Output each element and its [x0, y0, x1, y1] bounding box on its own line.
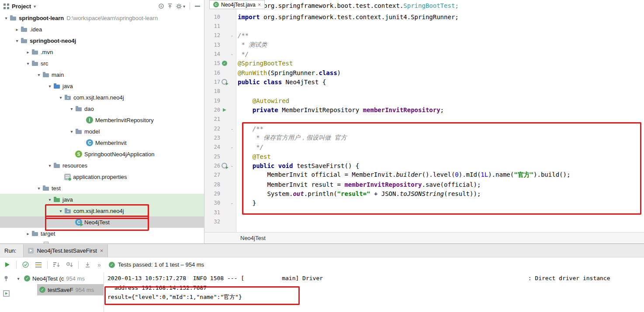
line-number[interactable]: 27 — [204, 172, 220, 178]
tree-row[interactable]: SSpringbootNeo4jApplication — [0, 148, 204, 160]
chevron-down-icon[interactable]: ▾ — [35, 72, 42, 77]
related-symbol-gutter-icon[interactable] — [222, 163, 227, 168]
chevron-down-icon[interactable]: ▾ — [46, 84, 53, 89]
breadcrumb-item[interactable]: Neo4jTest — [240, 235, 266, 241]
line-number[interactable]: 20 — [204, 107, 220, 113]
tree-row[interactable]: ▸.idea — [0, 24, 204, 35]
line-number[interactable]: 24 — [204, 144, 220, 150]
hide-panel-icon[interactable] — [194, 3, 201, 9]
line-number[interactable]: 23 — [204, 135, 220, 141]
collapse-all-icon[interactable] — [167, 3, 173, 9]
tree-row[interactable]: ▾springboot-neo4j — [0, 35, 204, 46]
sort-by-duration-icon[interactable] — [65, 262, 74, 267]
autowired-gutter-icon[interactable] — [223, 108, 226, 112]
line-number[interactable]: 31 — [204, 209, 220, 216]
line-number[interactable]: 15 — [204, 60, 220, 66]
console[interactable]: 2020-01-13 10:57:17.278 INFO 1508 --- [ … — [105, 274, 644, 312]
chevron-down-icon[interactable]: ▾ — [35, 186, 42, 191]
chevron-down-icon[interactable]: ▾ — [68, 106, 75, 111]
fold-marker[interactable]: - — [229, 163, 235, 168]
tree-row[interactable]: ▾main — [0, 69, 204, 80]
show-passed-icon[interactable] — [21, 261, 30, 268]
line-number[interactable]: 11 — [204, 23, 220, 29]
fold-marker[interactable]: - — [229, 33, 235, 38]
chevron-down-icon[interactable]: ▾ — [15, 276, 22, 281]
line-number[interactable]: 28 — [204, 182, 220, 188]
chevron-down-icon[interactable]: ▾ — [46, 163, 53, 168]
line-number[interactable]: 18 — [204, 88, 220, 94]
tree-row[interactable]: ▾test — [0, 182, 204, 194]
code-line: 29 System.out.println("result=" + JSON.t… — [204, 189, 644, 198]
chevron-down-icon[interactable]: ▾ — [14, 38, 21, 43]
line-number[interactable]: 32 — [204, 219, 220, 225]
run-tool-window-icon[interactable] — [3, 290, 10, 298]
run-tab[interactable]: Neo4jTest.testSaveFirst × — [23, 244, 108, 257]
gear-icon[interactable]: ▾ — [176, 3, 185, 10]
tree-row[interactable]: ▾dao — [0, 103, 204, 114]
line-number[interactable]: 26 — [204, 163, 220, 169]
line-number[interactable]: 12 — [204, 32, 220, 38]
chevron-right-icon[interactable]: ▸ — [24, 50, 31, 55]
test-tree-row[interactable]: ✓testSaveF954 ms — [37, 284, 104, 295]
close-icon[interactable]: × — [100, 248, 104, 254]
sort-alphabetically-icon[interactable] — [52, 262, 61, 267]
fold-marker[interactable]: - — [229, 51, 235, 57]
chevron-down-icon[interactable]: ▾ — [46, 197, 53, 202]
chevron-right-icon[interactable]: ▸ — [24, 231, 31, 236]
code-text: } — [235, 199, 256, 206]
tree-row[interactable] — [0, 239, 204, 243]
chevron-down-icon[interactable]: ▾ — [34, 4, 36, 9]
tree-row[interactable]: ▾com.xsjt.learn.neo4j — [0, 205, 204, 216]
tree-row[interactable]: application.properties — [0, 171, 204, 182]
project-panel-title[interactable]: Project — [12, 3, 31, 10]
line-number[interactable]: 30 — [204, 200, 220, 206]
more-icon[interactable]: » — [96, 261, 103, 268]
package-icon — [64, 94, 71, 101]
tree-row[interactable]: ▾java — [0, 80, 204, 92]
chevron-right-icon[interactable]: ▸ — [14, 27, 21, 32]
line-number[interactable]: 25 — [204, 154, 220, 160]
chevron-down-icon[interactable]: ▾ — [57, 95, 64, 100]
line-number[interactable]: 29 — [204, 191, 220, 197]
tree-row[interactable]: ▸target — [0, 228, 204, 239]
line-number[interactable]: 17 — [204, 79, 220, 85]
console-line: address 192.168.14.132:7687 — [105, 283, 644, 293]
chevron-down-icon[interactable]: ▾ — [68, 129, 75, 134]
chevron-down-icon[interactable]: ▾ — [57, 209, 64, 213]
fold-marker[interactable]: - — [229, 200, 235, 206]
test-passed-gutter-icon[interactable]: ✓ — [222, 61, 227, 66]
editor-tab[interactable]: C Neo4jTest.java × — [209, 0, 265, 9]
fold-marker[interactable]: - — [229, 126, 235, 131]
locate-icon[interactable] — [158, 3, 164, 9]
tree-row[interactable]: IMemberInvitRepository — [0, 114, 204, 126]
close-icon[interactable]: × — [258, 2, 261, 7]
line-number[interactable]: 21 — [204, 116, 220, 122]
line-number[interactable]: 22 — [204, 126, 220, 132]
tree-row[interactable]: ▾model — [0, 126, 204, 137]
expand-collapse-icon[interactable] — [83, 262, 92, 267]
tree-row[interactable]: ▸.mvn — [0, 46, 204, 58]
code-line: 16@RunWith(SpringRunner.class) — [204, 68, 644, 77]
chevron-down-icon[interactable]: ▾ — [24, 61, 31, 66]
line-number[interactable]: 10 — [204, 14, 220, 20]
related-symbol-gutter-icon[interactable] — [222, 79, 227, 85]
line-number[interactable]: 13 — [204, 42, 220, 48]
tree-row[interactable]: ▾springboot-learnD:\workspace\learn\spri… — [0, 12, 204, 24]
chevron-down-icon[interactable]: ▾ — [3, 16, 10, 21]
fold-marker[interactable]: - — [229, 144, 235, 150]
rerun-button[interactable] — [3, 262, 12, 267]
gutter-icon-slot — [220, 79, 229, 85]
tree-row[interactable]: ▾src — [0, 58, 204, 69]
line-number[interactable]: 16 — [204, 70, 220, 76]
tree-row[interactable]: CNeo4jTest — [0, 216, 204, 228]
tree-row[interactable]: CMemberInvit — [0, 137, 204, 148]
tree-row[interactable]: ▾java — [0, 194, 204, 205]
code-area[interactable]: import org.springframework.boot.test.con… — [204, 0, 644, 233]
line-number[interactable]: 19 — [204, 98, 220, 104]
line-number[interactable]: 14 — [204, 51, 220, 57]
test-tree-row[interactable]: ▾✓Neo4jTest (c954 ms — [12, 273, 104, 284]
pin-icon[interactable] — [3, 275, 9, 283]
tree-row[interactable]: ▾com.xsjt.learn.neo4j — [0, 92, 204, 103]
test-options-icon[interactable] — [34, 262, 43, 267]
tree-row[interactable]: ▾resources — [0, 160, 204, 171]
